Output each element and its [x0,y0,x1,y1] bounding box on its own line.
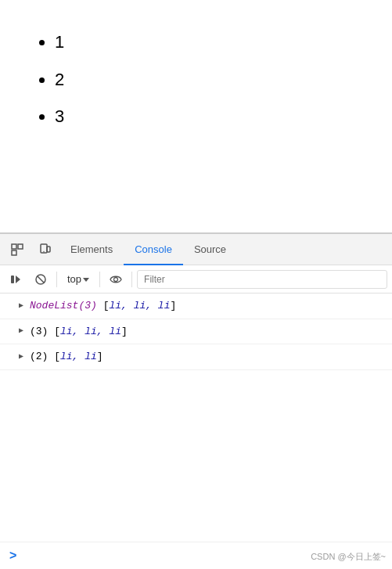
bullet-list: 1 2 3 [31,23,361,135]
tab-source[interactable]: Source [183,234,237,265]
console-output: ▶ NodeList(3) [li, li, li] ▶ (3) [li, li… [0,294,392,542]
inspector-icon-btn[interactable] [3,236,31,264]
console-line-2[interactable]: ▶ (3) [li, li, li] [0,319,392,345]
console-line-1[interactable]: ▶ NodeList(3) [li, li, li] [0,294,392,319]
console-toolbar: top [0,265,392,294]
context-selector[interactable]: top [62,271,95,287]
tab-console[interactable]: Console [124,234,183,265]
console-line-3[interactable]: ▶ (2) [li, li] [0,344,392,370]
console-prompt[interactable]: > [0,542,392,569]
list-item-2: 2 [55,61,361,99]
svg-point-5 [43,250,44,251]
devtools-panel: Elements Console Source top [0,232,392,569]
console-text-1: NodeList(3) [li, li, li] [30,298,386,314]
console-text-2: (3) [li, li, li] [30,324,386,340]
toolbar-divider-2 [99,272,100,287]
svg-rect-4 [47,247,50,252]
svg-rect-6 [11,275,14,283]
context-label: top [67,273,81,285]
expand-arrow-1[interactable]: ▶ [16,300,27,311]
svg-rect-0 [12,244,16,249]
svg-marker-7 [16,275,20,283]
toolbar-divider [56,272,57,287]
filter-input[interactable] [137,270,387,289]
svg-rect-2 [18,244,23,249]
sidebar-toggle-btn[interactable] [5,268,27,290]
clear-console-btn[interactable] [30,268,52,290]
expand-arrow-2[interactable]: ▶ [16,326,27,337]
svg-marker-10 [83,278,89,282]
list-item-3: 3 [55,98,361,135]
expand-arrow-3[interactable]: ▶ [16,351,27,362]
device-icon-btn[interactable] [31,236,59,264]
console-text-3: (2) [li, li] [30,349,386,365]
svg-line-9 [38,275,45,283]
svg-rect-1 [12,250,16,255]
main-content: 1 2 3 [0,0,392,235]
list-item-1: 1 [55,23,361,61]
eye-icon-btn[interactable] [105,268,127,290]
prompt-arrow-icon: > [9,549,16,563]
toolbar-divider-3 [131,272,132,287]
tab-elements[interactable]: Elements [59,234,124,265]
svg-point-11 [114,277,118,281]
devtools-tab-bar: Elements Console Source [0,234,392,265]
